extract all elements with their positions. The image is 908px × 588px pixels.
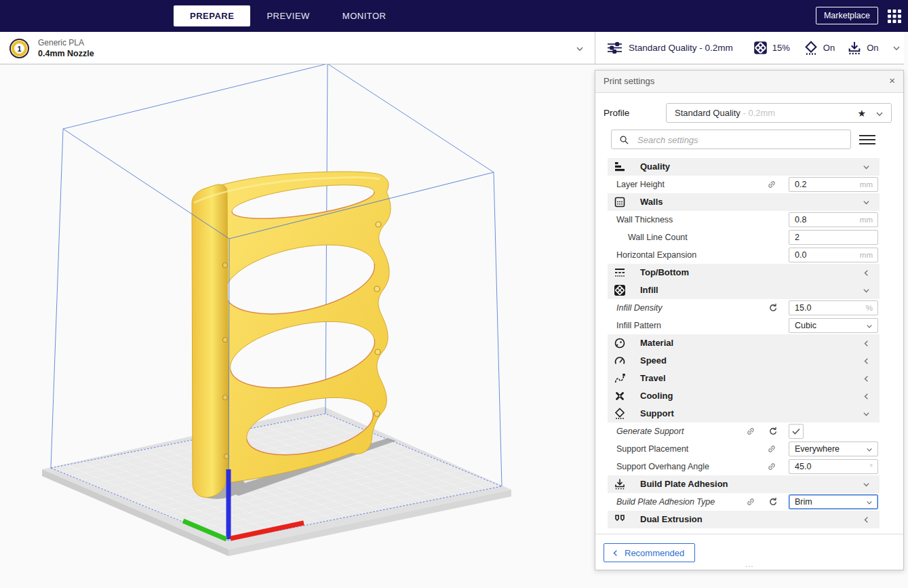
marketplace-button[interactable]: Marketplace [816,7,878,24]
setting-wall-thickness: Wall Thickness 0.8 mm [608,211,880,229]
chevron-down-icon [863,410,870,418]
setting-infill-pattern: Infill Pattern Cubic [608,317,880,334]
value: 0.8 [795,213,806,227]
search-input[interactable] [636,132,842,149]
layer-height-input[interactable]: 0.2 mm [789,177,878,192]
material-name: Generic PLA [38,38,94,47]
reset-icon[interactable] [768,496,778,507]
setting-label: Infill Pattern [616,317,661,334]
tab-monitor[interactable]: MONITOR [326,5,403,26]
extruder-text: Generic PLA 0.4mm Nozzle [38,38,94,58]
section-title: Infill [640,281,658,299]
link-icon [745,496,756,507]
extruder-badge: 1 [9,39,29,58]
chevron-left-icon [863,269,870,277]
section-title: Dual Extrusion [640,511,703,528]
section-title: Quality [640,158,670,176]
extruder-configuration[interactable]: 1 Generic PLA 0.4mm Nozzle [9,37,94,58]
chevron-down-icon[interactable] [576,45,584,53]
support-overhang-angle-input[interactable]: 45.0 ° [789,459,878,474]
section-travel[interactable]: Travel [608,370,880,387]
value: 0.0 [795,248,806,262]
setting-label: Infill Density [616,299,662,317]
infill-density-input[interactable]: 15.0 % [789,300,878,315]
extruder-number: 1 [12,41,27,56]
recommended-button[interactable]: Recommended [604,543,695,562]
infill-percentage: 15% [772,43,790,53]
section-title: Build Plate Adhesion [640,475,728,493]
tab-prepare[interactable]: PREPARE [174,5,250,26]
setting-wall-line-count: Wall Line Count 2 [608,229,880,246]
section-title: Material [640,334,673,352]
section-walls[interactable]: Walls [608,193,880,211]
adhesion-state: On [867,43,878,53]
adhesion-type-dropdown[interactable]: Brim [789,494,878,509]
search-settings-box [611,130,851,149]
link-icon [766,444,777,454]
sliders-icon [607,41,623,54]
value: 2 [795,231,800,244]
print-settings-panel: Print settings × Profile Standard Qualit… [595,70,904,570]
quality-icon [614,161,626,173]
settings-menu-icon[interactable] [859,134,875,145]
unit: mm [860,248,873,262]
wall-line-count-input[interactable]: 2 [789,230,878,245]
setting-support-overhang-angle: Support Overhang Angle 45.0 ° [608,458,880,475]
section-build-plate-adhesion[interactable]: Build Plate Adhesion [608,475,880,493]
profile-label: Profile [604,108,629,118]
applications-grid-icon[interactable] [886,8,903,24]
section-cooling[interactable]: Cooling [608,387,880,405]
horizontal-expansion-input[interactable]: 0.0 mm [789,248,878,262]
unit: mm [860,213,873,227]
section-support[interactable]: Support [608,405,880,423]
section-material[interactable]: Material [608,334,880,352]
section-top-bottom[interactable]: Top/Bottom [608,264,880,281]
panel-title: Print settings [604,71,654,92]
value: 15.0 [795,301,811,315]
recommended-label: Recommended [625,548,684,558]
chevron-down-icon [863,481,870,488]
section-quality[interactable]: Quality [608,158,880,176]
chevron-down-icon [863,163,870,171]
section-title: Travel [640,370,666,387]
link-icon [766,461,777,472]
support-placement-dropdown[interactable]: Everywhere [789,442,878,456]
setting-label: Support Overhang Angle [616,458,709,475]
infill-pattern-dropdown[interactable]: Cubic [789,318,878,333]
stage-tabs: PREPARE PREVIEW MONITOR [174,5,403,26]
chevron-left-icon [863,375,870,383]
value: 0.2 [795,178,806,191]
print-settings-summary[interactable]: Standard Quality - 0.2mm 15% On On [595,32,904,64]
top-bar: PREPARE PREVIEW MONITOR Marketplace [0,0,908,32]
adhesion-icon [847,41,862,56]
generate-support-checkbox[interactable] [789,424,804,439]
section-infill[interactable]: Infill [608,281,880,299]
profile-suffix: - 0.2mm [743,108,775,118]
panel-drag-handle[interactable]: ⋯ [745,563,754,570]
chevron-down-icon[interactable] [892,44,901,52]
section-title: Walls [640,193,663,211]
link-icon [745,426,756,437]
wall-thickness-input[interactable]: 0.8 mm [789,212,878,227]
setting-infill-density: Infill Density 15.0 % [608,299,880,317]
section-dual-extrusion[interactable]: Dual Extrusion [608,511,880,528]
chevron-down-icon [866,499,873,506]
reset-icon[interactable] [768,302,778,313]
setting-build-plate-adhesion-type: Build Plate Adhesion Type Brim [608,493,880,511]
unit: % [866,301,873,315]
profile-dropdown[interactable]: Standard Quality - 0.2mm ★ [666,103,892,123]
chevron-left-icon [863,393,870,400]
star-icon[interactable]: ★ [857,107,866,119]
section-speed[interactable]: Speed [608,352,880,370]
unit: mm [860,178,873,191]
section-title: Support [640,405,674,423]
viewport-3d[interactable] [0,64,595,588]
close-icon[interactable]: × [889,71,895,91]
setting-label: Horizontal Expansion [616,246,696,264]
material-icon [614,337,626,349]
tab-preview[interactable]: PREVIEW [250,5,325,26]
unit: ° [869,460,873,473]
infill-icon [614,284,626,296]
reset-icon[interactable] [768,426,778,436]
chevron-left-icon [863,357,870,365]
